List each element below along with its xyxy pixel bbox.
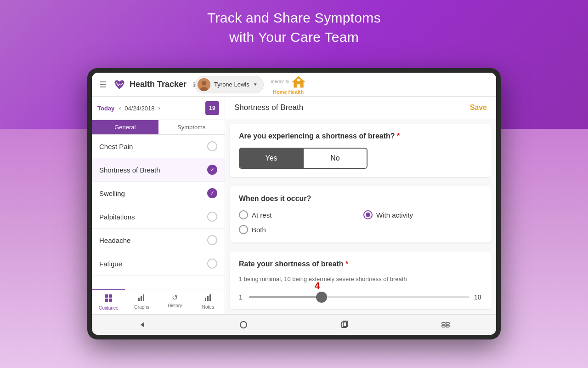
notes-icon xyxy=(204,293,212,303)
radio-group-occurrence: At rest With activity Both xyxy=(239,210,482,234)
check-circle xyxy=(207,259,217,269)
symptom-item-fatigue[interactable]: Fatigue xyxy=(92,252,225,276)
nav-history-label: History xyxy=(168,303,182,308)
svg-rect-6 xyxy=(109,294,112,298)
question-card-1: Are you experiencing a shortness of brea… xyxy=(230,124,492,177)
history-icon: ↺ xyxy=(172,293,178,302)
nav-notes[interactable]: Notes xyxy=(192,289,225,314)
radio-circle-both xyxy=(239,225,248,234)
symptom-label: Shortness of Breath xyxy=(99,166,160,174)
svg-rect-4 xyxy=(297,78,300,80)
slider-max: 10 xyxy=(474,293,482,301)
radio-both-label: Both xyxy=(252,226,266,234)
next-date-arrow[interactable]: › xyxy=(156,104,162,112)
android-menu-button[interactable] xyxy=(439,318,452,331)
svg-rect-5 xyxy=(105,294,108,298)
check-circle-checked: ✓ xyxy=(207,188,217,198)
heartrate-icon xyxy=(113,78,126,91)
user-dropdown-arrow: ▼ xyxy=(253,82,258,87)
radio-with-activity[interactable]: With activity xyxy=(363,210,482,219)
slider-min: 1 xyxy=(239,293,244,301)
slider-value: 4 xyxy=(315,281,320,291)
svg-rect-12 xyxy=(205,298,206,301)
required-star-3: * xyxy=(345,260,348,268)
calendar-icon[interactable]: 19 xyxy=(205,101,219,115)
menu-icon[interactable]: ☰ xyxy=(99,80,107,90)
brand-product: Home Health xyxy=(273,89,304,95)
android-recents-button[interactable] xyxy=(338,318,351,331)
radio-at-rest[interactable]: At rest xyxy=(239,210,358,219)
slider-container: 4 1 10 xyxy=(239,293,482,301)
symptom-item-palpitations[interactable]: Palpitations xyxy=(92,205,225,229)
slider-thumb[interactable] xyxy=(316,292,327,303)
svg-rect-11 xyxy=(143,294,144,301)
prev-date-arrow[interactable]: ‹ xyxy=(117,104,123,112)
tab-general[interactable]: General xyxy=(92,120,158,134)
svg-rect-21 xyxy=(446,322,449,324)
svg-rect-22 xyxy=(446,325,449,327)
slider-description: 1 being minimal, 10 being extermely seve… xyxy=(239,276,482,282)
symptom-label: Chest Pain xyxy=(99,143,133,150)
svg-marker-3 xyxy=(292,76,305,87)
sidebar: Today ‹ 04/24/2018 › 19 General Symptoms xyxy=(92,97,225,314)
user-avatar xyxy=(198,78,210,91)
nav-guidance[interactable]: Guidance xyxy=(92,289,125,314)
user-selector[interactable]: Tyrone Lewis ▼ xyxy=(195,76,264,93)
date-bar: Today ‹ 04/24/2018 › 19 xyxy=(92,97,225,120)
slider-track[interactable] xyxy=(249,296,469,298)
symptom-item-chest-pain[interactable]: Chest Pain xyxy=(92,135,225,158)
question3-label: Rate your shortness of breath xyxy=(239,260,344,268)
nav-history[interactable]: ↺ History xyxy=(158,289,192,314)
android-back-button[interactable] xyxy=(136,318,149,331)
symptom-item-swelling[interactable]: Swelling ✓ xyxy=(92,182,225,205)
right-panel: Shortness of Breath Save Are you experie… xyxy=(225,97,496,314)
check-circle xyxy=(207,235,217,245)
svg-rect-20 xyxy=(442,325,445,327)
symptom-item-shortness-of-breath[interactable]: Shortness of Breath ✓ xyxy=(92,158,225,182)
question3-text: Rate your shortness of breath * xyxy=(239,260,482,268)
symptom-label: Swelling xyxy=(99,190,125,197)
symptom-item-headache[interactable]: Headache xyxy=(92,229,225,252)
svg-rect-14 xyxy=(209,294,211,301)
nav-notes-label: Notes xyxy=(202,305,214,310)
question2-text: When does it occur? xyxy=(239,195,482,203)
no-button[interactable]: No xyxy=(304,149,367,168)
question1-label: Are you experiencing a shortness of brea… xyxy=(239,132,395,140)
svg-rect-10 xyxy=(141,296,142,301)
brand-name: medocity xyxy=(271,79,289,84)
question-card-2: When does it occur? At rest With activit… xyxy=(230,186,492,242)
tablet-frame: ☰ Health Tracker ℹ Tyrone Lewis xyxy=(87,68,501,339)
android-home-button[interactable] xyxy=(237,318,250,331)
slider-track-row: 1 10 xyxy=(239,293,482,301)
save-button[interactable]: Save xyxy=(470,104,487,112)
nav-graphs[interactable]: Graphs xyxy=(125,289,158,314)
radio-circle-at-rest xyxy=(239,210,248,219)
slider-fill xyxy=(249,296,322,298)
tab-symptoms[interactable]: Symptoms xyxy=(158,120,225,134)
page-tagline: Track and Share Symptoms with Your Care … xyxy=(0,8,588,47)
bottom-nav: Guidance Graphs ↺ History xyxy=(92,289,225,314)
graphs-icon xyxy=(137,293,146,303)
symptom-label: Palpitations xyxy=(99,213,135,221)
app-header: ☰ Health Tracker ℹ Tyrone Lewis xyxy=(92,73,496,97)
app-logo: Health Tracker ℹ xyxy=(113,78,195,91)
svg-marker-15 xyxy=(141,322,144,328)
tagline-line1: Track and Share Symptoms xyxy=(207,10,381,25)
question-card-3: Rate your shortness of breath * 1 being … xyxy=(230,252,492,309)
yes-button[interactable]: Yes xyxy=(240,149,303,168)
required-star: * xyxy=(397,132,400,140)
panel-header: Shortness of Breath Save xyxy=(225,97,496,119)
date-nav: ‹ 04/24/2018 › xyxy=(117,104,203,112)
svg-rect-19 xyxy=(442,322,445,324)
radio-both[interactable]: Both xyxy=(239,225,358,234)
tagline-line2: with Your Care Team xyxy=(229,29,359,45)
svg-rect-8 xyxy=(109,299,112,302)
svg-rect-13 xyxy=(207,296,209,301)
symptom-tabs: General Symptoms xyxy=(92,120,225,135)
main-content: Today ‹ 04/24/2018 › 19 General Symptoms xyxy=(92,97,496,314)
today-button[interactable]: Today xyxy=(97,105,114,112)
svg-rect-7 xyxy=(105,299,108,302)
svg-rect-9 xyxy=(138,298,140,301)
user-name: Tyrone Lewis xyxy=(214,81,249,88)
radio-circle-with-activity xyxy=(363,210,373,219)
